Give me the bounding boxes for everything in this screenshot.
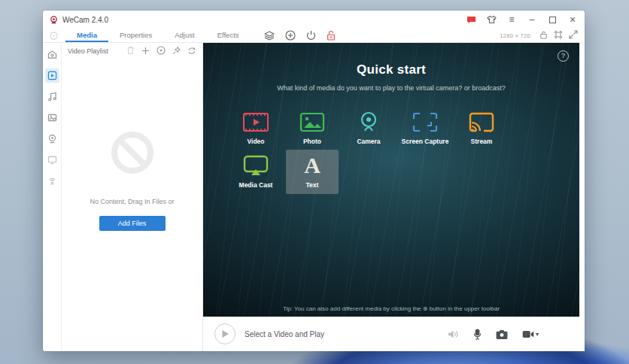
cast-icon	[229, 154, 282, 177]
pin-icon[interactable]	[172, 44, 181, 58]
screen-capture-icon	[399, 111, 451, 133]
webcam-icon	[342, 111, 395, 133]
media-type-media-cast[interactable]: Media Cast	[229, 150, 282, 194]
title-bar[interactable]: WeCam 2.4.0 ≡ – ×	[43, 11, 585, 29]
rail-video-playlist-icon[interactable]	[45, 68, 59, 83]
feedback-bubble-icon[interactable]	[466, 14, 476, 25]
preview-area[interactable]: ? Quick start What kind of media do you …	[203, 43, 579, 317]
desktop-background: WeCam 2.4.0 ≡ – × Media Properties	[0, 0, 629, 364]
resolution-label[interactable]: 1280 × 720	[500, 32, 530, 39]
tab-bar: Media Properties Adjust Effects 128	[43, 29, 585, 43]
microphone-icon[interactable]	[473, 329, 482, 340]
photo-icon	[286, 111, 339, 133]
film-icon	[229, 111, 282, 133]
tab-adjust[interactable]: Adjust	[163, 29, 205, 42]
empty-hint-text: No Content, Drag In Files or	[62, 198, 202, 205]
play-button[interactable]	[214, 323, 235, 344]
rail-screen-icon[interactable]	[45, 153, 59, 167]
repeat-icon[interactable]	[187, 44, 196, 58]
tab-effects[interactable]: Effects	[206, 29, 251, 42]
help-icon[interactable]: ?	[558, 50, 569, 62]
lock-red-icon[interactable]	[327, 30, 336, 41]
close-button[interactable]: ×	[567, 14, 578, 25]
camera-select-caret-icon[interactable]: ▾	[536, 331, 539, 338]
rail-home-icon[interactable]	[45, 47, 59, 62]
rail-webcam-icon[interactable]	[45, 132, 59, 146]
media-type-video[interactable]: Video	[229, 106, 282, 150]
tab-properties[interactable]: Properties	[108, 29, 163, 42]
maximize-button[interactable]	[547, 14, 558, 25]
app-logo-webcam-icon	[50, 16, 58, 24]
stream-icon	[455, 111, 508, 133]
playlist-title: Video Playlist	[68, 47, 108, 55]
window-title: WeCam 2.4.0	[62, 16, 108, 24]
media-type-text[interactable]: A Text	[286, 150, 339, 194]
text-icon: A	[304, 154, 321, 177]
no-content-icon	[111, 132, 153, 174]
quick-start-title: Quick start	[203, 62, 579, 77]
fullscreen-icon[interactable]	[569, 29, 578, 42]
minimize-button[interactable]: –	[527, 14, 537, 25]
power-icon[interactable]	[306, 30, 316, 41]
snapshot-camera-icon[interactable]	[496, 329, 508, 339]
rail-photo-icon[interactable]	[45, 111, 59, 125]
media-type-camera[interactable]: Camera	[342, 106, 395, 150]
wecam-app-window: WeCam 2.4.0 ≡ – × Media Properties	[43, 11, 585, 351]
speaker-muted-icon[interactable]	[448, 329, 459, 339]
skin-theme-icon[interactable]	[486, 14, 497, 25]
rail-stream-antenna-icon[interactable]	[45, 174, 59, 188]
quick-start-subtitle: What kind of media do you want to play t…	[203, 84, 579, 92]
video-playlist-panel: Video Playlist	[62, 43, 203, 351]
plus-icon[interactable]	[141, 44, 150, 58]
trash-icon[interactable]	[126, 44, 135, 58]
left-icon-rail	[43, 43, 62, 351]
rail-music-icon[interactable]	[45, 89, 59, 104]
resolution-lock-icon[interactable]	[539, 29, 548, 42]
add-files-button[interactable]: Add Files	[99, 216, 166, 231]
media-type-stream[interactable]: Stream	[455, 106, 508, 150]
tip-text: Tip: You can also add different media by…	[203, 305, 579, 312]
playlist-empty-state: No Content, Drag In Files or Add Files	[62, 132, 202, 231]
tab-media[interactable]: Media	[65, 29, 108, 42]
menu-icon[interactable]: ≡	[506, 14, 517, 25]
media-type-screen-capture[interactable]: Screen Capture	[399, 106, 451, 150]
bottom-control-bar: Select a Video and Play ▾	[203, 317, 585, 351]
media-type-photo[interactable]: Photo	[286, 106, 339, 150]
record-icon[interactable]	[156, 44, 166, 58]
video-camera-icon[interactable]: ▾	[522, 330, 539, 338]
layers-icon[interactable]	[264, 31, 275, 41]
crop-frame-icon[interactable]	[554, 29, 563, 42]
tab-bar-home-icon[interactable]	[50, 32, 58, 40]
playback-status-text: Select a Video and Play	[245, 330, 324, 338]
add-circle-icon[interactable]	[285, 30, 296, 41]
